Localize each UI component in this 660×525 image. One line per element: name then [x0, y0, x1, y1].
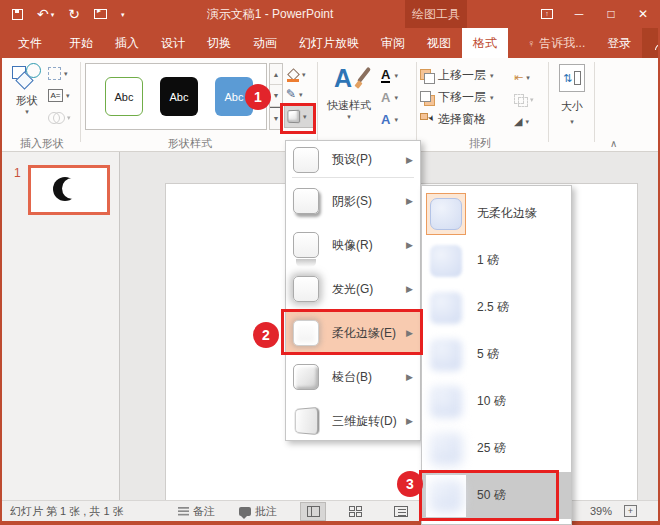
merge-shapes-button[interactable]: ▾ — [48, 108, 71, 127]
close-button[interactable]: ✕ — [630, 3, 656, 25]
tab-view[interactable]: 视图 — [416, 28, 462, 58]
title-bar: ↶▾ ↻ ▾ 演示文稿1 - PowerPoint 绘图工具 ↑ ─ □ ✕ — [0, 0, 660, 28]
share-button[interactable]: 共享 — [642, 28, 660, 58]
normal-view-icon — [307, 506, 320, 517]
send-backward-button[interactable]: 下移一层▾ — [420, 86, 494, 108]
customize-qat-button[interactable]: ▾ — [121, 11, 125, 18]
gallery-scroll-up-button[interactable]: ▲ — [270, 64, 282, 85]
menu-item-3d-rotation[interactable]: 三维旋转(D) ▶ — [286, 399, 420, 443]
tab-animations[interactable]: 动画 — [242, 28, 288, 58]
preset-effect-icon — [293, 147, 319, 173]
submenu-item-2-5pt[interactable]: 2.5 磅 — [422, 284, 571, 331]
collapse-ribbon-button[interactable]: ∧ — [610, 138, 617, 149]
chevron-down-icon: ▾ — [347, 113, 351, 120]
notes-icon — [178, 507, 189, 516]
text-effects-icon: A — [381, 113, 390, 126]
slide-counter: 幻灯片 第 1 张 , 共 1 张 — [10, 501, 124, 521]
submenu-item-10pt[interactable]: 10 磅 — [422, 378, 571, 425]
fit-to-window-button[interactable]: + — [624, 501, 637, 521]
tab-review[interactable]: 审阅 — [370, 28, 416, 58]
wordart-text-buttons: A▾ A▾ A▾ — [381, 64, 413, 130]
tab-design[interactable]: 设计 — [150, 28, 196, 58]
shape-effects-menu: 预设(P) ▶ 阴影(S) ▶ 映像(R) ▶ 发光(G) ▶ 柔化边缘(E) … — [285, 140, 421, 441]
rotate-button[interactable]: ◢▾ — [514, 110, 548, 132]
start-slideshow-button[interactable] — [94, 9, 107, 19]
shape-outline-button[interactable]: ✎▾ — [284, 84, 314, 104]
size-button[interactable]: ⇅ 大小 ▾ — [552, 62, 592, 144]
tell-me-box[interactable]: ♀告诉我... — [516, 28, 596, 58]
align-button[interactable]: ⇤▾ — [514, 66, 548, 88]
save-button[interactable] — [12, 9, 23, 20]
crescent-moon-shape — [53, 177, 77, 201]
chevron-down-icon: ▾ — [394, 116, 398, 123]
ribbon: 形状 ▾ ▾ A=▾ ▾ 插入形状 Abc Abc Abc ▲ ▼ ▼ ▾ ✎▾… — [0, 58, 660, 152]
shape-style-option-1[interactable]: Abc — [105, 77, 143, 116]
text-effects-button[interactable]: A▾ — [381, 108, 413, 130]
text-outline-button[interactable]: A▾ — [381, 86, 413, 108]
submenu-item-25pt[interactable]: 25 磅 — [422, 425, 571, 472]
shape-fill-button[interactable]: ▾ — [284, 64, 314, 84]
menu-item-glow[interactable]: 发光(G) ▶ — [286, 267, 420, 311]
tab-transitions[interactable]: 切换 — [196, 28, 242, 58]
bring-forward-button[interactable]: 上移一层▾ — [420, 64, 494, 86]
submenu-item-1pt[interactable]: 1 磅 — [422, 237, 571, 284]
chevron-down-icon: ▾ — [526, 74, 530, 81]
ribbon-display-options-button[interactable]: ↑ — [534, 3, 560, 25]
shape-style-option-2[interactable]: Abc — [160, 77, 198, 116]
chevron-down-icon: ▾ — [490, 94, 494, 101]
menu-separator — [292, 177, 414, 178]
sign-in-button[interactable]: 登录 — [596, 28, 642, 58]
undo-button[interactable]: ↶▾ — [37, 7, 54, 21]
text-fill-button[interactable]: A▾ — [381, 64, 413, 86]
size-icon: ⇅ — [559, 64, 585, 92]
quick-styles-button[interactable]: A 快速样式 ▾ — [320, 62, 378, 146]
menu-item-preset[interactable]: 预设(P) ▶ — [286, 143, 420, 176]
maximize-button[interactable]: □ — [598, 3, 624, 25]
submenu-item-no-soft-edges[interactable]: 无柔化边缘 — [422, 190, 571, 237]
save-icon — [12, 9, 23, 20]
normal-view-button[interactable] — [300, 502, 326, 521]
submenu-arrow-icon: ▶ — [406, 196, 420, 206]
shape-outline-icon: ✎ — [286, 88, 296, 100]
edit-shape-button[interactable]: ▾ — [48, 64, 71, 83]
reading-view-icon — [394, 506, 408, 517]
insert-shapes-minibuttons: ▾ A=▾ ▾ — [48, 64, 71, 127]
reading-view-button[interactable] — [388, 502, 414, 521]
annotation-circle-1: 1 — [245, 84, 271, 110]
chevron-down-icon: ▾ — [570, 118, 574, 125]
submenu-item-5pt[interactable]: 5 磅 — [422, 331, 571, 378]
merge-shapes-icon — [48, 112, 64, 123]
slide-sorter-view-button[interactable] — [342, 502, 368, 521]
tab-file[interactable]: 文件 — [2, 28, 58, 58]
text-box-button[interactable]: A=▾ — [48, 86, 71, 105]
menu-item-shadow[interactable]: 阴影(S) ▶ — [286, 179, 420, 223]
ribbon-display-options-icon: ↑ — [541, 9, 553, 19]
shape-fill-icon — [288, 70, 297, 79]
bevel-effect-icon — [293, 364, 319, 390]
selection-pane-button[interactable]: 选择窗格 — [420, 108, 494, 130]
fit-to-window-icon: + — [624, 505, 637, 517]
chevron-down-icon: ▾ — [121, 11, 125, 18]
slide-thumbnail[interactable] — [28, 165, 110, 215]
redo-button[interactable]: ↻ — [68, 7, 80, 21]
3d-rotation-effect-icon — [295, 407, 320, 436]
window-controls: ↑ ─ □ ✕ — [534, 0, 656, 28]
tab-format[interactable]: 格式 — [462, 28, 508, 58]
menu-item-reflection[interactable]: 映像(R) ▶ — [286, 223, 420, 267]
shapes-button[interactable]: 形状 ▾ — [8, 60, 46, 115]
tab-home[interactable]: 开始 — [58, 28, 104, 58]
notes-button[interactable]: 备注 — [178, 501, 215, 521]
group-separator — [80, 62, 81, 142]
chevron-down-icon: ▾ — [394, 94, 398, 101]
comments-button[interactable]: 批注 — [239, 501, 277, 521]
tab-slideshow[interactable]: 幻灯片放映 — [288, 28, 370, 58]
slide-sorter-icon — [349, 506, 362, 517]
tab-insert[interactable]: 插入 — [104, 28, 150, 58]
minimize-button[interactable]: ─ — [566, 3, 592, 25]
zoom-level[interactable]: 39% — [590, 501, 612, 521]
menu-item-bevel[interactable]: 棱台(B) ▶ — [286, 355, 420, 399]
group-objects-button[interactable]: ▾ — [514, 88, 548, 110]
align-icon: ⇤ — [514, 72, 523, 83]
chevron-down-icon: ▾ — [25, 108, 29, 115]
chevron-down-icon: ▾ — [66, 92, 70, 99]
